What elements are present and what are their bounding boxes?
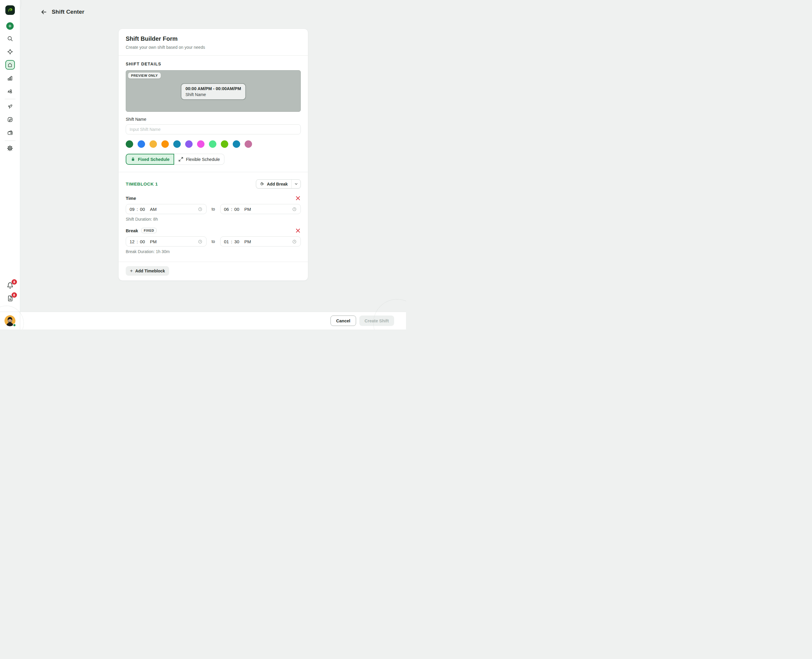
coffee-cup-icon [260, 181, 265, 186]
sidebar-divider [5, 99, 16, 99]
fixed-schedule-button[interactable]: Fixed Schedule [126, 154, 174, 165]
card-divider [119, 262, 308, 262]
color-palette [126, 140, 301, 148]
color-swatch-2[interactable] [138, 140, 145, 148]
cancel-button[interactable]: Cancel [330, 315, 356, 326]
flexible-schedule-button[interactable]: Flexible Schedule [174, 154, 224, 165]
timeblock-heading: TIMEBLOCK 1 [126, 181, 158, 186]
remove-break-button[interactable] [295, 227, 301, 233]
add-timeblock-button[interactable]: + Add Timeblock [126, 266, 169, 276]
color-swatch-3[interactable] [149, 140, 157, 148]
sidebar-documents[interactable]: 8 [0, 295, 20, 302]
add-break-dropdown[interactable] [291, 180, 301, 188]
search-icon [7, 35, 13, 42]
minute-value: 00 [234, 207, 239, 212]
card-header: Shift Builder Form Create your own shift… [119, 29, 308, 55]
back-button[interactable] [40, 8, 47, 16]
break-start-time-input[interactable]: 12 : 00 PM [126, 236, 206, 246]
sidebar-item-elements[interactable] [5, 86, 16, 96]
page-title: Shift Center [52, 9, 84, 15]
color-swatch-4[interactable] [161, 140, 169, 148]
time-label: Time [126, 195, 136, 201]
x-icon [295, 195, 301, 201]
color-swatch-6[interactable] [185, 140, 193, 148]
home-icon [7, 62, 13, 68]
hour-value: 01 [224, 239, 229, 244]
create-shift-button[interactable]: Create Shift [359, 315, 394, 326]
sparkles-icon [7, 49, 13, 55]
leaf-icon [7, 103, 13, 110]
hour-value: 12 [130, 239, 135, 244]
break-duration-text: Break Duration: 1h 30m [126, 249, 301, 254]
remove-time-button[interactable] [295, 195, 301, 201]
add-timeblock-label: Add Timeblock [135, 268, 165, 273]
shift-builder-card: Shift Builder Form Create your own shift… [118, 28, 308, 281]
minute-value: 30 [234, 239, 239, 244]
sidebar-item-reports[interactable] [5, 73, 16, 83]
color-swatch-7[interactable] [197, 140, 205, 148]
sidebar-notifications[interactable]: 8 [0, 282, 20, 289]
fixed-schedule-label: Fixed Schedule [138, 157, 169, 162]
time-separator: : [231, 207, 232, 212]
chevron-down-icon [294, 182, 298, 186]
sidebar-item-settings[interactable] [5, 143, 16, 153]
to-label: to [206, 239, 220, 244]
shift-end-time-input[interactable]: 06 : 00 PM [220, 204, 301, 214]
preview-shift-name: Shift Name [186, 92, 241, 97]
schedule-toggle: Fixed Schedule Flexible Schedule [126, 154, 301, 165]
footer-profile [0, 312, 20, 330]
ampm-value: AM [150, 207, 157, 212]
bar-chart-icon [7, 75, 13, 81]
sidebar-item-leaf-feedback[interactable] [5, 114, 16, 125]
sidebar-divider [5, 140, 16, 141]
arrow-left-icon [41, 9, 47, 16]
form-title: Shift Builder Form [126, 35, 301, 42]
notification-badge: 8 [12, 279, 17, 285]
expand-arrows-icon [178, 157, 183, 162]
color-swatch-10[interactable] [233, 140, 240, 148]
lock-icon [131, 157, 135, 162]
plus-icon [8, 24, 12, 28]
color-swatch-8[interactable] [209, 140, 216, 148]
footer-bar: Cancel Create Shift [0, 312, 406, 330]
active-indicator [5, 60, 15, 69]
sidebar-item-wallet[interactable] [5, 127, 16, 138]
sidebar-item-leaf[interactable] [5, 101, 16, 112]
fixed-badge: FIXED [141, 228, 157, 233]
clock-icon [198, 239, 203, 244]
sidebar: 8 8 [0, 0, 20, 312]
shift-name-input[interactable] [126, 124, 301, 134]
clock-icon [198, 207, 203, 212]
app-logo[interactable] [5, 5, 15, 15]
break-label: Break [126, 228, 138, 233]
ampm-value: PM [150, 239, 157, 244]
form-subtitle: Create your own shift based on your need… [126, 45, 301, 50]
minute-value: 00 [140, 207, 145, 212]
timeblock-section: TIMEBLOCK 1 Add Break [119, 179, 308, 254]
page-header: Shift Center [40, 8, 84, 16]
card-body: SHIFT DETAILS PREVIEW ONLY 00:00 AM/PM -… [119, 55, 308, 165]
sidebar-item-assistant[interactable] [5, 46, 16, 57]
create-button[interactable] [6, 22, 14, 30]
color-swatch-5[interactable] [173, 140, 181, 148]
color-swatch-9[interactable] [221, 140, 228, 148]
time-separator: : [231, 239, 232, 244]
preview-time-range: 00:00 AM/PM - 00:00AM/PM [186, 86, 241, 91]
leaf-logo-icon [7, 7, 13, 13]
break-end-time-input[interactable]: 01 : 30 PM [220, 236, 301, 246]
sidebar-item-home[interactable] [5, 60, 16, 70]
preview-tooltip: 00:00 AM/PM - 00:00AM/PM Shift Name [181, 83, 246, 100]
document-badge: 8 [12, 292, 17, 298]
clock-icon [292, 239, 297, 244]
add-break-button[interactable]: Add Break [256, 179, 301, 189]
leaf-bubble-icon [7, 116, 13, 123]
color-swatch-11[interactable] [245, 140, 252, 148]
sidebar-item-search[interactable] [5, 33, 16, 44]
online-status-dot [13, 323, 16, 327]
gear-icon [6, 145, 13, 152]
minute-value: 00 [140, 239, 145, 244]
shift-center-page: 8 8 Shift Center Shift Builder Form Crea… [0, 0, 406, 330]
shift-start-time-input[interactable]: 09 : 00 AM [126, 204, 206, 214]
preview-only-badge: PREVIEW ONLY [128, 73, 161, 79]
color-swatch-1[interactable] [126, 140, 133, 148]
